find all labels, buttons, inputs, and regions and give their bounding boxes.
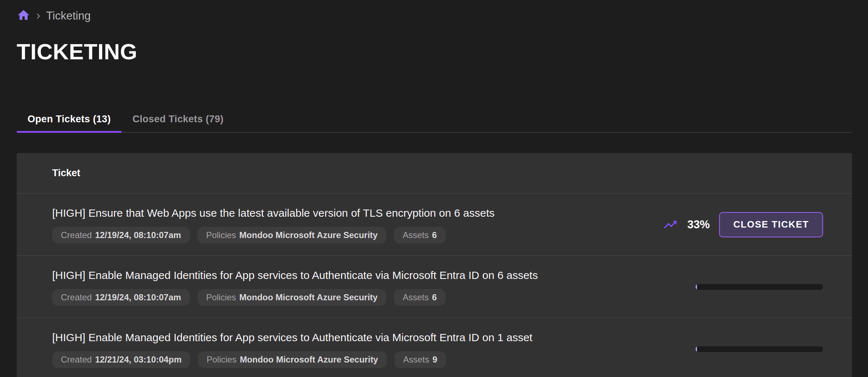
tab-closed-tickets-label: Closed Tickets (79) — [133, 114, 224, 125]
created-value: 12/21/24, 03:10:04pm — [95, 355, 181, 365]
ticket-status-cell — [696, 284, 852, 290]
policies-value: Mondoo Microsoft Azure Security — [239, 292, 378, 302]
assets-label: Assets — [402, 292, 429, 302]
ticket-cell: [HIGH] Enable Managed Identities for App… — [17, 268, 696, 306]
table-body: [HIGH] Ensure that Web Apps use the late… — [17, 194, 852, 377]
ticket-status-cell — [696, 346, 852, 352]
breadcrumb-home-link[interactable] — [17, 8, 30, 24]
progress-percent-text: 33% — [687, 218, 710, 231]
trending-up-icon — [663, 217, 678, 232]
home-icon — [17, 8, 30, 24]
assets-chip: Assets 9 — [395, 351, 446, 368]
ticket-cell: [HIGH] Enable Managed Identities for App… — [17, 330, 696, 368]
ticket-row[interactable]: [HIGH] Ensure that Web Apps use the late… — [17, 194, 852, 256]
assets-label: Assets — [403, 355, 429, 365]
tickets-table: Ticket [HIGH] Ensure that Web Apps use t… — [17, 153, 852, 377]
assets-value: 6 — [432, 230, 437, 240]
created-label: Created — [61, 292, 92, 302]
breadcrumb-separator: › — [36, 9, 40, 23]
ticket-row[interactable]: [HIGH] Enable Managed Identities for App… — [17, 318, 852, 377]
progress-bar — [696, 346, 823, 352]
ticket-cell: [HIGH] Ensure that Web Apps use the late… — [17, 206, 663, 243]
breadcrumb-current: Ticketing — [46, 9, 91, 22]
assets-value: 6 — [432, 292, 437, 302]
assets-chip: Assets 6 — [394, 289, 445, 306]
created-chip: Created 12/21/24, 03:10:04pm — [52, 351, 190, 368]
ticket-status-cell: 33% CLOSE TICKET — [663, 212, 852, 237]
policies-label: Policies — [206, 292, 236, 302]
ticket-chips: Created 12/19/24, 08:10:07am Policies Mo… — [52, 289, 696, 306]
created-label: Created — [61, 230, 92, 240]
progress-bar-fill — [696, 284, 697, 290]
created-chip: Created 12/19/24, 08:10:07am — [52, 227, 190, 243]
ticket-chips: Created 12/21/24, 03:10:04pm Policies Mo… — [52, 351, 696, 368]
created-value: 12/19/24, 08:10:07am — [95, 230, 181, 240]
progress-bar-fill — [696, 346, 697, 352]
ticket-chips: Created 12/19/24, 08:10:07am Policies Mo… — [52, 227, 663, 243]
created-chip: Created 12/19/24, 08:10:07am — [52, 289, 190, 306]
tabs-bar: Open Tickets (13) Closed Tickets (79) — [17, 106, 852, 133]
tab-closed-tickets[interactable]: Closed Tickets (79) — [122, 106, 234, 132]
assets-chip: Assets 6 — [394, 227, 445, 243]
ticket-title: [HIGH] Enable Managed Identities for App… — [52, 330, 696, 345]
page-title: TICKETING — [17, 39, 137, 64]
tab-open-tickets[interactable]: Open Tickets (13) — [17, 106, 122, 132]
ticket-row[interactable]: [HIGH] Enable Managed Identities for App… — [17, 256, 852, 318]
assets-value: 9 — [433, 355, 437, 365]
created-value: 12/19/24, 08:10:07am — [95, 292, 181, 302]
created-label: Created — [61, 355, 92, 365]
breadcrumb: › Ticketing — [17, 8, 91, 24]
policies-value: Mondoo Microsoft Azure Security — [240, 355, 378, 365]
policies-chip: Policies Mondoo Microsoft Azure Security — [198, 351, 387, 368]
tab-open-tickets-label: Open Tickets (13) — [28, 114, 111, 125]
policies-chip: Policies Mondoo Microsoft Azure Security — [197, 289, 387, 306]
policies-label: Policies — [206, 355, 237, 365]
ticket-title: [HIGH] Ensure that Web Apps use the late… — [52, 206, 663, 221]
policies-value: Mondoo Microsoft Azure Security — [239, 230, 378, 240]
policies-label: Policies — [206, 230, 236, 240]
active-tab-indicator — [17, 131, 122, 133]
policies-chip: Policies Mondoo Microsoft Azure Security — [197, 227, 387, 243]
assets-label: Assets — [402, 230, 429, 240]
ticket-title: [HIGH] Enable Managed Identities for App… — [52, 268, 696, 283]
progress-bar — [696, 284, 823, 290]
column-header-ticket: Ticket — [52, 168, 80, 179]
close-ticket-button[interactable]: CLOSE TICKET — [719, 212, 823, 237]
table-header-row: Ticket — [17, 153, 852, 194]
